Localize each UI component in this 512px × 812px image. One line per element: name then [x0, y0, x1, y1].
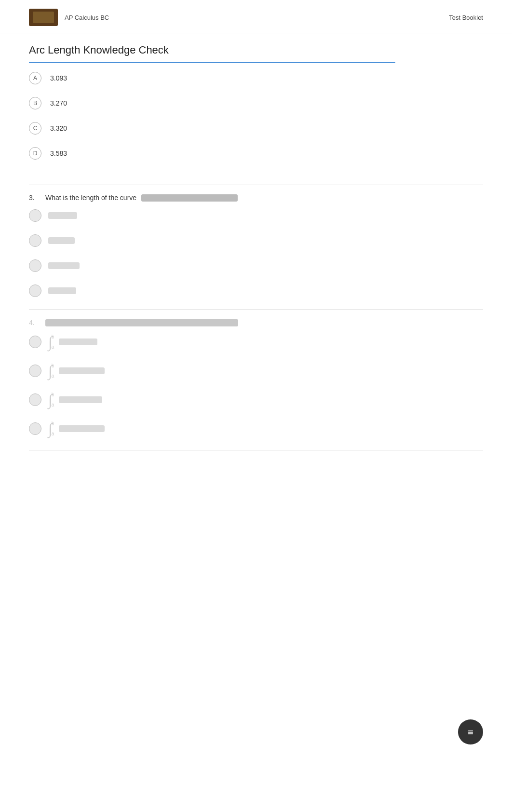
q4-option-b-badge	[29, 365, 41, 377]
q4-option-a[interactable]: ∫ b a	[29, 334, 483, 350]
integral-limits-d: b a	[52, 421, 54, 436]
q3-option-b[interactable]	[29, 234, 483, 247]
course-label: AP Calculus BC	[65, 14, 109, 21]
q4-option-c-badge	[29, 393, 41, 406]
question2-options: A 3.093 B 3.270 C 3.320 D 3.583	[0, 68, 512, 180]
header-left: AP Calculus BC	[29, 9, 109, 26]
option-b-text: 3.270	[50, 99, 67, 107]
q4-option-c-content	[59, 396, 102, 403]
fab-button[interactable]	[458, 719, 483, 744]
q4-option-b-expr: ∫ b a	[48, 363, 105, 379]
q4-option-d-badge	[29, 422, 41, 435]
option-c-text: 3.320	[50, 124, 67, 132]
svg-rect-2	[468, 732, 473, 733]
q4-option-b-content	[59, 367, 105, 374]
logo-inner	[33, 12, 54, 23]
q3-option-d[interactable]	[29, 284, 483, 297]
page: AP Calculus BC Test Booklet Arc Length K…	[0, 0, 512, 812]
q3-option-c-text	[48, 262, 80, 269]
q3-option-a[interactable]	[29, 209, 483, 222]
option-d[interactable]: D 3.583	[29, 147, 483, 160]
page-title: Arc Length Knowledge Check	[29, 44, 483, 56]
integral-limits-a: b a	[52, 334, 54, 350]
q3-option-b-text	[48, 237, 75, 244]
q3-option-d-text	[48, 287, 76, 294]
question3-options	[0, 209, 512, 297]
question3-number: 3.	[29, 194, 40, 202]
title-divider	[29, 62, 395, 63]
question3-row: 3. What is the length of the curve	[0, 194, 512, 202]
q4-option-c-expr: ∫ b a	[48, 392, 102, 407]
q4-option-c[interactable]: ∫ b a	[29, 392, 483, 407]
question3-equation	[141, 194, 238, 202]
title-section: Arc Length Knowledge Check	[0, 33, 512, 68]
option-a[interactable]: A 3.093	[29, 72, 483, 84]
q4-option-a-expr: ∫ b a	[48, 334, 97, 350]
svg-rect-1	[468, 731, 473, 731]
option-a-text: 3.093	[50, 74, 67, 82]
q4-option-a-content	[59, 338, 97, 345]
logo-icon	[29, 9, 58, 26]
q3-option-c-badge	[29, 259, 41, 272]
option-a-badge: A	[29, 72, 41, 84]
fab-icon	[466, 727, 475, 737]
option-c[interactable]: C 3.320	[29, 122, 483, 135]
option-d-text: 3.583	[50, 149, 67, 157]
header: AP Calculus BC Test Booklet	[0, 0, 512, 33]
q3-option-d-badge	[29, 284, 41, 297]
q4-option-b[interactable]: ∫ b a	[29, 363, 483, 379]
section-divider-3	[29, 450, 483, 450]
svg-rect-3	[468, 733, 473, 734]
question4-options: ∫ b a ∫ b a ∫	[0, 334, 512, 436]
section-divider-1	[29, 185, 483, 185]
option-b[interactable]: B 3.270	[29, 97, 483, 109]
question4-number: 4.	[29, 319, 40, 326]
option-d-badge: D	[29, 147, 41, 160]
q3-option-a-text	[48, 212, 77, 219]
document-type-label: Test Booklet	[449, 14, 483, 21]
option-b-badge: B	[29, 97, 41, 109]
question3-text: What is the length of the curve	[45, 194, 136, 202]
question4-text	[45, 319, 238, 326]
integral-limits-c: b a	[52, 392, 54, 407]
q3-option-b-badge	[29, 234, 41, 247]
option-c-badge: C	[29, 122, 41, 135]
integral-limits-b: b a	[52, 363, 54, 379]
q3-option-c[interactable]	[29, 259, 483, 272]
q4-option-d-expr: ∫ b a	[48, 421, 105, 436]
question4-row: 4.	[0, 319, 512, 326]
q3-option-a-badge	[29, 209, 41, 222]
q4-option-a-badge	[29, 336, 41, 348]
q4-option-d[interactable]: ∫ b a	[29, 421, 483, 436]
section-divider-2	[29, 310, 483, 310]
q4-option-d-content	[59, 425, 105, 432]
